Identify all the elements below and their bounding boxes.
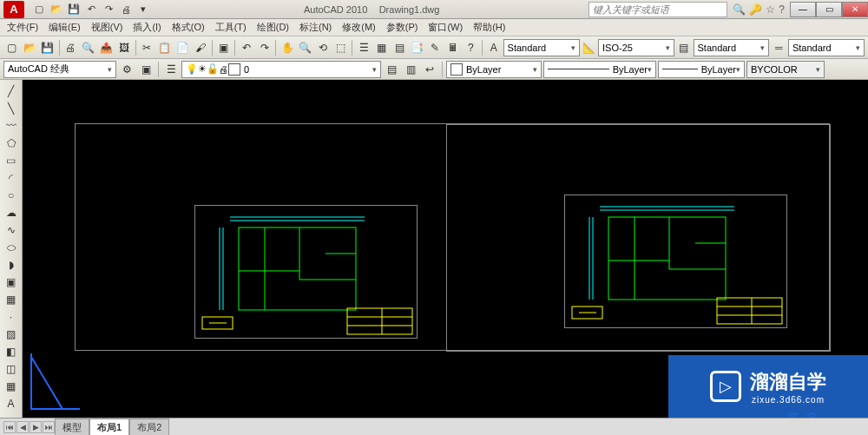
tab-layout2[interactable]: 布局2 bbox=[129, 419, 169, 436]
spline-icon[interactable]: ∿ bbox=[3, 222, 20, 238]
layer-states-icon[interactable]: ▤ bbox=[383, 61, 400, 78]
menu-help[interactable]: 帮助(H) bbox=[473, 21, 505, 34]
calc-icon[interactable]: 🖩 bbox=[444, 39, 462, 56]
redo-icon[interactable]: ↷ bbox=[256, 39, 273, 56]
infocenter-binoculars-icon[interactable]: 🔍 bbox=[733, 3, 746, 16]
sheetset-icon[interactable]: 📑 bbox=[409, 39, 426, 56]
matchprop-icon[interactable]: 🖌 bbox=[192, 39, 209, 56]
new-icon[interactable]: ▢ bbox=[31, 2, 47, 17]
mlstyle-combo[interactable]: Standard▾ bbox=[788, 39, 865, 56]
qat-dropdown-icon[interactable]: ▾ bbox=[135, 2, 151, 17]
minimize-button[interactable]: — bbox=[790, 2, 816, 17]
save-icon[interactable]: 💾 bbox=[66, 2, 82, 17]
region-icon[interactable]: ◫ bbox=[3, 361, 20, 377]
point-icon[interactable]: · bbox=[3, 309, 20, 325]
save-icon[interactable]: 💾 bbox=[39, 39, 56, 56]
polygon-icon[interactable]: ⬠ bbox=[3, 135, 20, 151]
gradient-icon[interactable]: ◧ bbox=[3, 344, 20, 359]
markup-icon[interactable]: ✎ bbox=[427, 39, 444, 56]
layer-iso-icon[interactable]: ▥ bbox=[402, 61, 419, 78]
infocenter-key-icon[interactable]: 🔑 bbox=[749, 3, 762, 16]
rectangle-icon[interactable]: ▭ bbox=[3, 153, 20, 168]
menu-window[interactable]: 窗口(W) bbox=[428, 21, 463, 34]
pan-icon[interactable]: ✋ bbox=[279, 39, 296, 56]
cut-icon[interactable]: ✂ bbox=[139, 39, 156, 56]
tab-next-icon[interactable]: ▶ bbox=[30, 421, 42, 433]
workspace-gear-icon[interactable]: ⚙ bbox=[118, 61, 135, 78]
plotstyle-combo[interactable]: BYCOLOR▾ bbox=[746, 61, 825, 78]
menu-dimension[interactable]: 标注(N) bbox=[299, 21, 332, 34]
menu-parametric[interactable]: 参数(P) bbox=[386, 21, 418, 34]
menu-tools[interactable]: 工具(T) bbox=[215, 21, 247, 34]
copy-icon[interactable]: 📋 bbox=[156, 39, 174, 56]
menu-draw[interactable]: 绘图(D) bbox=[257, 21, 289, 34]
tablestyle-combo[interactable]: Standard▾ bbox=[694, 39, 770, 56]
print-icon[interactable]: 🖨 bbox=[118, 2, 134, 17]
tab-layout1[interactable]: 布局1 bbox=[89, 419, 129, 436]
help-icon[interactable]: ? bbox=[463, 39, 480, 56]
zoom-prev-icon[interactable]: ⟲ bbox=[314, 39, 332, 56]
makeblock-icon[interactable]: ▦ bbox=[3, 292, 20, 307]
menu-format[interactable]: 格式(O) bbox=[172, 21, 205, 34]
tab-first-icon[interactable]: ⏮ bbox=[3, 421, 16, 433]
tab-last-icon[interactable]: ⏭ bbox=[43, 421, 55, 433]
linetype-combo[interactable]: ByLayer▾ bbox=[543, 61, 656, 78]
close-button[interactable]: ✕ bbox=[842, 2, 868, 17]
tab-model[interactable]: 模型 bbox=[55, 419, 89, 436]
workspace-combo[interactable]: AutoCAD 经典▾ bbox=[3, 61, 116, 78]
properties-icon[interactable]: ☰ bbox=[355, 39, 372, 56]
insert-icon[interactable]: ▣ bbox=[3, 274, 20, 290]
zoom-realtime-icon[interactable]: 🔍 bbox=[297, 39, 314, 56]
zoom-window-icon[interactable]: ⬚ bbox=[332, 39, 350, 56]
block-icon[interactable]: ▣ bbox=[215, 39, 233, 56]
tab-prev-icon[interactable]: ◀ bbox=[16, 421, 29, 433]
xline-icon[interactable]: ╲ bbox=[3, 101, 20, 116]
color-combo[interactable]: ByLayer▾ bbox=[446, 61, 542, 78]
mlstyle-icon[interactable]: ═ bbox=[770, 39, 787, 56]
dimstyle-combo[interactable]: ISO-25▾ bbox=[598, 39, 674, 56]
ellipsearc-icon[interactable]: ◗ bbox=[3, 257, 20, 273]
polyline-icon[interactable]: 〰 bbox=[3, 118, 20, 134]
mtext-icon[interactable]: A bbox=[3, 396, 20, 412]
lineweight-combo[interactable]: ByLayer▾ bbox=[658, 61, 745, 78]
print-icon[interactable]: 🖨 bbox=[62, 39, 80, 56]
revcloud-icon[interactable]: ☁ bbox=[3, 205, 20, 221]
paste-icon[interactable]: 📄 bbox=[174, 39, 192, 56]
designcenter-icon[interactable]: ▦ bbox=[373, 39, 391, 56]
redo-icon[interactable]: ↷ bbox=[101, 2, 116, 17]
textstyle-combo[interactable]: Standard▾ bbox=[503, 39, 580, 56]
circle-icon[interactable]: ○ bbox=[3, 188, 20, 203]
workspace-settings-icon[interactable]: ▣ bbox=[137, 61, 155, 78]
publish-icon[interactable]: 📤 bbox=[98, 39, 115, 56]
ellipse-icon[interactable]: ⬭ bbox=[3, 240, 20, 255]
preview-icon[interactable]: 🔍 bbox=[80, 39, 97, 56]
menu-insert[interactable]: 插入(I) bbox=[133, 21, 161, 34]
viewport-left[interactable] bbox=[194, 205, 418, 339]
menu-modify[interactable]: 修改(M) bbox=[342, 21, 376, 34]
toolpalettes-icon[interactable]: ▤ bbox=[391, 39, 408, 56]
undo-icon[interactable]: ↶ bbox=[83, 2, 99, 17]
arc-icon[interactable]: ◜ bbox=[3, 170, 20, 186]
open-icon[interactable]: 📂 bbox=[49, 2, 64, 17]
viewport-right[interactable] bbox=[564, 194, 787, 328]
maximize-button[interactable]: ▭ bbox=[816, 2, 842, 17]
undo-icon[interactable]: ↶ bbox=[238, 39, 255, 56]
tablestyle-icon[interactable]: ▤ bbox=[675, 39, 693, 56]
hatch-icon[interactable]: ▨ bbox=[3, 326, 20, 342]
infocenter-star-icon[interactable]: ☆ bbox=[766, 3, 775, 16]
plot-icon[interactable]: 🖼 bbox=[115, 39, 133, 56]
layer-props-icon[interactable]: ☰ bbox=[162, 61, 180, 78]
layer-prev-icon[interactable]: ↩ bbox=[421, 61, 438, 78]
dimstyle-icon[interactable]: 📐 bbox=[581, 39, 598, 56]
menu-view[interactable]: 视图(V) bbox=[91, 21, 123, 34]
table-icon[interactable]: ▦ bbox=[3, 379, 20, 394]
app-icon[interactable]: A bbox=[3, 1, 24, 18]
menu-file[interactable]: 文件(F) bbox=[7, 21, 38, 34]
menu-edit[interactable]: 编辑(E) bbox=[49, 21, 81, 34]
open-icon[interactable]: 📂 bbox=[22, 39, 39, 56]
line-icon[interactable]: ╱ bbox=[3, 83, 20, 99]
infocenter-help-icon[interactable]: ? bbox=[779, 3, 785, 16]
layer-combo[interactable]: 💡 ☀ 🔓 🖨 0 ▾ bbox=[181, 61, 381, 78]
search-input[interactable] bbox=[589, 2, 727, 17]
new-icon[interactable]: ▢ bbox=[3, 39, 21, 56]
